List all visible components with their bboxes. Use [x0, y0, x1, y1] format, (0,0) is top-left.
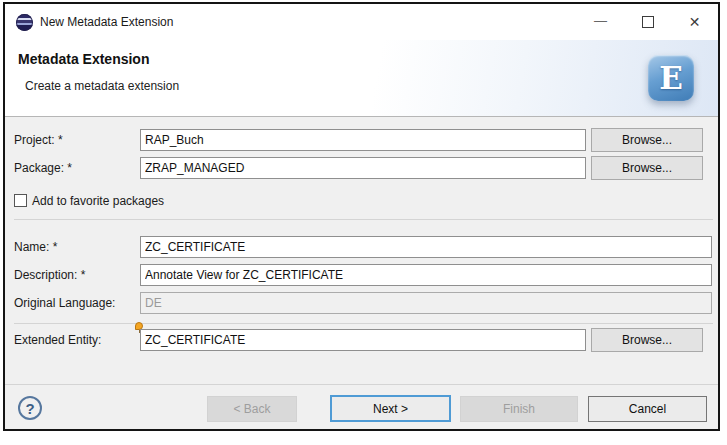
close-button[interactable]: ✕ [671, 4, 718, 40]
original-language-input [140, 292, 712, 314]
extended-entity-input[interactable] [140, 329, 586, 351]
project-input[interactable] [140, 129, 586, 151]
new-metadata-extension-dialog: New Metadata Extension — ✕ Metadata Exte… [3, 2, 720, 431]
next-button[interactable]: Next > [330, 395, 451, 422]
package-input[interactable] [140, 157, 586, 179]
description-input[interactable] [140, 264, 712, 286]
favorite-packages-checkbox[interactable] [14, 194, 27, 207]
favorite-packages-label[interactable]: Add to favorite packages [32, 194, 164, 208]
extended-entity-browse-button[interactable]: Browse... [591, 328, 703, 352]
wizard-e-icon: E [648, 55, 694, 101]
back-button[interactable]: < Back [207, 396, 297, 422]
project-browse-button[interactable]: Browse... [591, 128, 703, 152]
maximize-button[interactable] [624, 4, 671, 40]
minimize-icon: — [594, 13, 607, 28]
window-controls: — ✕ [577, 4, 718, 40]
wizard-subtitle: Create a metadata extension [25, 79, 179, 93]
package-label: Package: * [14, 157, 72, 179]
package-browse-button[interactable]: Browse... [591, 156, 703, 180]
title-bar: New Metadata Extension — ✕ [5, 4, 718, 40]
finish-button[interactable]: Finish [460, 396, 578, 422]
minimize-button[interactable]: — [577, 4, 624, 40]
name-input[interactable] [140, 236, 712, 258]
e-letter: E [659, 63, 683, 94]
eclipse-logo-icon [16, 14, 33, 31]
extended-entity-label: Extended Entity: [14, 329, 101, 351]
wizard-title: Metadata Extension [18, 51, 149, 67]
original-language-label: Original Language: [14, 292, 115, 314]
separator-footer [5, 384, 718, 385]
name-label: Name: * [14, 236, 57, 258]
window-title: New Metadata Extension [40, 15, 173, 29]
help-button[interactable]: ? [18, 396, 42, 420]
wizard-banner: Metadata Extension Create a metadata ext… [5, 40, 718, 117]
description-label: Description: * [14, 264, 85, 286]
separator-top [14, 219, 713, 220]
maximize-icon [642, 16, 654, 28]
project-label: Project: * [14, 129, 63, 151]
cancel-button[interactable]: Cancel [588, 396, 707, 422]
close-icon: ✕ [689, 14, 701, 30]
separator-middle [14, 323, 713, 324]
